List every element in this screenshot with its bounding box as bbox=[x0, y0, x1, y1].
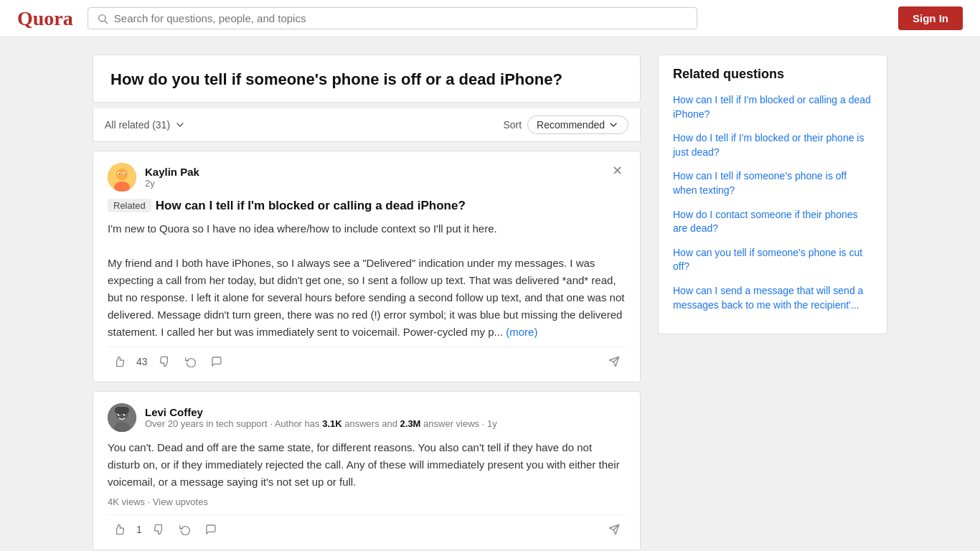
comment-button-kaylin[interactable] bbox=[205, 353, 228, 370]
author-kaylin: Kaylin Pak 2y bbox=[108, 163, 199, 192]
all-related-filter[interactable]: All related (31) bbox=[105, 119, 186, 131]
close-button-kaylin[interactable]: ✕ bbox=[609, 163, 626, 179]
related-question-row-kaylin: Related How can I tell if I'm blocked or… bbox=[108, 199, 626, 213]
author-name-levi[interactable]: Levi Coffey bbox=[145, 406, 497, 418]
avatar-image-levi bbox=[108, 403, 136, 432]
svg-line-1 bbox=[105, 21, 108, 24]
chevron-down-icon bbox=[174, 119, 186, 131]
avatar-image-kaylin bbox=[108, 163, 136, 192]
sort-chevron-icon bbox=[608, 119, 619, 131]
answer-card-levi: Levi Coffey Over 20 years in tech suppor… bbox=[93, 391, 641, 550]
search-input[interactable] bbox=[114, 12, 688, 24]
author-levi: Levi Coffey Over 20 years in tech suppor… bbox=[108, 403, 497, 432]
author-name-kaylin[interactable]: Kaylin Pak bbox=[145, 166, 199, 178]
main-content: How do you tell if someone's phone is of… bbox=[93, 55, 641, 551]
sign-in-button[interactable]: Sign In bbox=[898, 6, 963, 30]
action-bar-levi: 1 bbox=[108, 514, 626, 538]
question-card: How do you tell if someone's phone is of… bbox=[93, 55, 641, 103]
answer-header-kaylin: Kaylin Pak 2y ✕ bbox=[108, 163, 626, 192]
author-meta-post-levi: answer views · 1y bbox=[420, 418, 496, 429]
search-bar bbox=[88, 7, 697, 29]
related-questions-title: Related questions bbox=[673, 67, 872, 82]
related-q-link-2[interactable]: How can I tell if someone's phone is off… bbox=[673, 169, 872, 197]
related-q-link-4[interactable]: How can you tell if someone's phone is c… bbox=[673, 246, 872, 274]
more-options-button-kaylin[interactable] bbox=[603, 353, 626, 370]
sort-section: Sort Recommended bbox=[503, 116, 628, 134]
author-meta-kaylin: 2y bbox=[145, 178, 199, 189]
svg-point-7 bbox=[119, 173, 121, 174]
filter-bar: All related (31) Sort Recommended bbox=[93, 108, 641, 142]
share-button-levi[interactable] bbox=[174, 521, 197, 538]
author-answers-levi: 3.1K bbox=[322, 418, 341, 429]
search-icon bbox=[97, 13, 108, 24]
answer-stats-levi: 4K views · View upvotes bbox=[108, 496, 626, 507]
related-q-link-1[interactable]: How do I tell if I'm blocked or their ph… bbox=[673, 131, 872, 159]
share-icon-levi bbox=[179, 524, 191, 535]
svg-point-8 bbox=[125, 173, 126, 174]
author-meta-mid-levi: answers and bbox=[342, 418, 400, 429]
upvote-button-kaylin[interactable] bbox=[108, 353, 131, 370]
avatar-kaylin bbox=[108, 163, 136, 192]
avatar-levi bbox=[108, 403, 136, 432]
action-bar-kaylin: 43 bbox=[108, 347, 626, 370]
upvote-count-kaylin: 43 bbox=[133, 353, 151, 370]
sort-dropdown[interactable]: Recommended bbox=[527, 116, 628, 134]
related-q-link-5[interactable]: How can I send a message that will send … bbox=[673, 284, 872, 312]
author-meta-pre-levi: Over 20 years in tech support · Author h… bbox=[145, 418, 322, 429]
related-questions-card: Related questions How can I tell if I'm … bbox=[658, 55, 887, 334]
question-title: How do you tell if someone's phone is of… bbox=[110, 70, 623, 90]
share-arrow-icon-kaylin bbox=[608, 356, 620, 367]
sidebar: Related questions How can I tell if I'm … bbox=[658, 55, 887, 334]
comment-button-levi[interactable] bbox=[199, 521, 222, 538]
answer-card-kaylin: Kaylin Pak 2y ✕ Related How can I tell i… bbox=[93, 151, 641, 382]
answer-text-kaylin: I'm new to Quora so I have no idea where… bbox=[108, 220, 626, 341]
main-layout: How do you tell if someone's phone is of… bbox=[81, 55, 899, 551]
sort-value: Recommended bbox=[537, 119, 605, 131]
all-related-label: All related (31) bbox=[105, 119, 170, 131]
related-q-link-0[interactable]: How can I tell if I'm blocked or calling… bbox=[673, 93, 872, 121]
svg-rect-18 bbox=[115, 407, 129, 414]
more-link-kaylin[interactable]: (more) bbox=[506, 326, 537, 338]
header-right: Sign In bbox=[898, 6, 963, 30]
sort-label: Sort bbox=[503, 119, 522, 131]
upvote-button-levi[interactable] bbox=[108, 521, 131, 538]
upvote-icon-kaylin bbox=[113, 356, 125, 367]
author-info-kaylin: Kaylin Pak 2y bbox=[145, 166, 199, 189]
answer-header-levi: Levi Coffey Over 20 years in tech suppor… bbox=[108, 403, 626, 432]
comment-icon-levi bbox=[205, 524, 217, 535]
related-q-link-3[interactable]: How do I contact someone if their phones… bbox=[673, 208, 872, 236]
author-info-levi: Levi Coffey Over 20 years in tech suppor… bbox=[145, 406, 497, 429]
upvote-icon-levi bbox=[113, 524, 125, 535]
downvote-button-kaylin[interactable] bbox=[154, 353, 176, 370]
related-question-link-kaylin[interactable]: How can I tell if I'm blocked or calling… bbox=[156, 199, 466, 213]
downvote-icon-kaylin bbox=[159, 356, 171, 367]
answer-text-levi: You can't. Dead and off are the same sta… bbox=[108, 439, 626, 491]
quora-logo[interactable]: Quora bbox=[17, 7, 73, 30]
comment-icon-kaylin bbox=[211, 356, 222, 367]
downvote-button-levi[interactable] bbox=[148, 521, 171, 538]
related-tag-kaylin: Related bbox=[108, 199, 151, 212]
downvote-icon-levi bbox=[154, 524, 165, 535]
header: Quora Sign In bbox=[0, 0, 980, 37]
share-arrow-icon-levi bbox=[608, 524, 620, 535]
share-icon-kaylin bbox=[185, 356, 197, 367]
share-button-kaylin[interactable] bbox=[179, 353, 202, 370]
more-options-button-levi[interactable] bbox=[603, 521, 626, 538]
author-meta-levi: Over 20 years in tech support · Author h… bbox=[145, 418, 497, 429]
upvote-count-levi: 1 bbox=[133, 521, 145, 538]
author-views-levi: 2.3M bbox=[400, 418, 421, 429]
